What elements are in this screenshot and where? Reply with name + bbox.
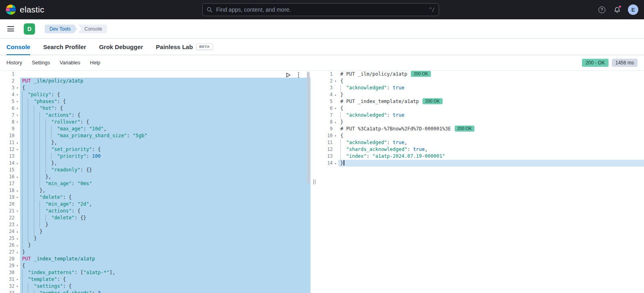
global-search[interactable]: ^/ [202,3,439,16]
scrollbar-thumb[interactable] [307,72,310,184]
code-line[interactable]: 6▾{ [318,105,644,112]
user-avatar[interactable]: E [628,4,638,15]
code-line[interactable]: 12▾ "set_priority": { [0,146,311,153]
code-line[interactable]: 9 "max_age": "10d", [0,126,311,132]
code-line[interactable]: 12 "shards_acknowledged": true, [318,146,644,153]
code-line[interactable]: 19▾ "delete": { [0,194,311,201]
fold-toggle-icon[interactable]: ▴ [333,91,338,98]
code-line[interactable]: 18▴ }, [0,187,311,194]
code-line[interactable]: 3▾{ [0,85,311,91]
fold-toggle-icon[interactable]: ▴ [333,160,338,167]
fold-toggle-icon[interactable]: ▴ [14,228,20,235]
global-search-input[interactable] [216,6,426,13]
code-line[interactable]: 16▴ }, [0,173,311,180]
code-line[interactable]: 33 "number_of_shards": 3, [0,290,311,293]
fold-toggle-icon[interactable]: ▴ [333,119,338,126]
code-line[interactable]: 14▴ }, [0,160,311,167]
code-line[interactable]: 4▴} [318,91,644,98]
code-line[interactable]: 32▾ "settings": { [0,283,311,290]
fold-toggle-icon[interactable]: ▴ [14,160,20,167]
fold-toggle-icon[interactable]: ▾ [14,112,20,119]
fold-toggle-icon[interactable]: ▾ [14,119,20,126]
history-button[interactable]: History [6,60,22,66]
fold-toggle-icon[interactable]: ▾ [333,132,338,139]
fold-toggle-icon[interactable]: ▴ [14,139,20,146]
variables-button[interactable]: Variables [60,60,80,66]
code-line[interactable]: 31▾ "template": { [0,276,311,283]
code-line[interactable]: 13 "index": "a1atp-2024.07.19-000001" [318,153,644,160]
fold-toggle-icon[interactable]: ▾ [14,208,20,215]
settings-button[interactable]: Settings [32,60,50,66]
code-line[interactable]: 25▴ } [0,235,311,242]
code-line[interactable]: 30 "index_patterns": ["a1atp-*"], [0,269,311,276]
fold-toggle-icon[interactable]: ▴ [14,187,20,194]
help-menu-button[interactable]: Help [90,60,100,66]
code-line[interactable]: 4▾ "policy": { [0,91,311,98]
fold-toggle-icon[interactable]: ▴ [14,221,20,228]
code-token: _index_template/a1atp [34,256,95,262]
code-line[interactable]: 3 "acknowledged": true [318,85,644,91]
code-text: } [20,242,311,249]
code-line[interactable]: 29▾{ [0,262,311,269]
fold-toggle-icon[interactable]: ▾ [14,262,20,269]
code-line[interactable]: 2▾{ [318,78,644,85]
code-line[interactable]: 5# PUT _index_template/a1atp200 OK [318,98,644,105]
elastic-home-link[interactable]: elastic [6,4,44,15]
code-line[interactable]: 26▴ } [0,242,311,249]
notifications-button[interactable] [613,5,621,14]
fold-toggle-icon[interactable]: ▾ [14,91,20,98]
code-line[interactable]: 8▾ "rollover": { [0,119,311,126]
code-line[interactable]: 11▴ }, [0,139,311,146]
fold-toggle-icon[interactable]: ▾ [333,78,338,85]
code-line[interactable]: 7▾ "actions": { [0,112,311,119]
tab-painless-lab[interactable]: Painless Lab BETA [156,39,213,55]
request-editor[interactable]: 12PUT _ilm/policy/a1atp3▾{4▾ "policy": {… [0,71,311,293]
send-request-button[interactable] [286,72,291,78]
tab-grok-debugger[interactable]: Grok Debugger [99,39,143,55]
code-line[interactable]: 9# PUT %3Ca1atp-%7Bnow%2Fd%7D-000001%3E2… [318,126,644,132]
code-line[interactable]: 23▴ } [0,221,311,228]
main-menu-button[interactable] [6,25,15,33]
fold-toggle-icon[interactable]: ▴ [14,173,20,180]
code-line[interactable]: 8▴} [318,119,644,126]
tab-console[interactable]: Console [6,39,30,55]
code-line[interactable]: 13 "priority": 100 [0,153,311,160]
code-line[interactable]: 5▾ "phases": { [0,98,311,105]
fold-toggle-icon[interactable]: ▴ [14,242,20,249]
code-line[interactable]: 20 "min_age": "2d", [0,201,311,208]
code-line[interactable]: 28PUT _index_template/a1atp [0,256,311,262]
code-line[interactable]: 22 "delete": {} [0,215,311,221]
fold-toggle-icon[interactable]: ▴ [14,235,20,242]
fold-toggle-icon[interactable]: ▾ [333,105,338,112]
response-viewer[interactable]: 1# PUT _ilm/policy/a1atp200 OK2▾{3 "ackn… [318,71,644,293]
fold-toggle-icon[interactable]: ▾ [14,276,20,283]
code-line[interactable]: 24▴ } [0,228,311,235]
tab-search-profiler[interactable]: Search Profiler [43,39,86,55]
request-options-button[interactable]: ⋮ [296,72,302,78]
code-line[interactable]: 1# PUT _ilm/policy/a1atp200 OK [318,71,644,78]
code-line[interactable]: 15 "readonly": {} [0,167,311,173]
editor-scrollbar[interactable] [307,72,310,292]
code-line[interactable]: 21▾ "actions": { [0,208,311,215]
fold-toggle-icon[interactable]: ▾ [14,194,20,201]
fold-toggle-icon[interactable]: ▾ [14,283,20,290]
code-line[interactable]: 2PUT _ilm/policy/a1atp [0,78,311,85]
pane-resizer[interactable] [311,71,318,293]
code-line[interactable]: 27▴} [0,249,311,256]
code-line[interactable]: 6▾ "hot": { [0,105,311,112]
breadcrumb-dev-tools[interactable]: Dev Tools [45,25,77,33]
code-line[interactable]: 7 "acknowledged": true [318,112,644,119]
code-line[interactable]: 1 [0,71,311,78]
code-line[interactable]: 17 "min_age": "0ms" [0,180,311,187]
fold-toggle-icon[interactable]: ▾ [14,105,20,112]
help-button[interactable]: ? [597,5,606,14]
code-line[interactable]: 14▴} [318,160,644,167]
code-line[interactable]: 10 "max_primary_shard_size": "5gb" [0,132,311,139]
code-line[interactable]: 11 "acknowledged": true, [318,139,644,146]
fold-toggle-icon[interactable]: ▾ [14,146,20,153]
code-line[interactable]: 10▾{ [318,132,644,139]
space-avatar[interactable]: D [24,23,35,35]
fold-toggle-icon[interactable]: ▾ [14,85,20,91]
fold-toggle-icon[interactable]: ▾ [14,98,20,105]
fold-toggle-icon[interactable]: ▴ [14,249,20,256]
